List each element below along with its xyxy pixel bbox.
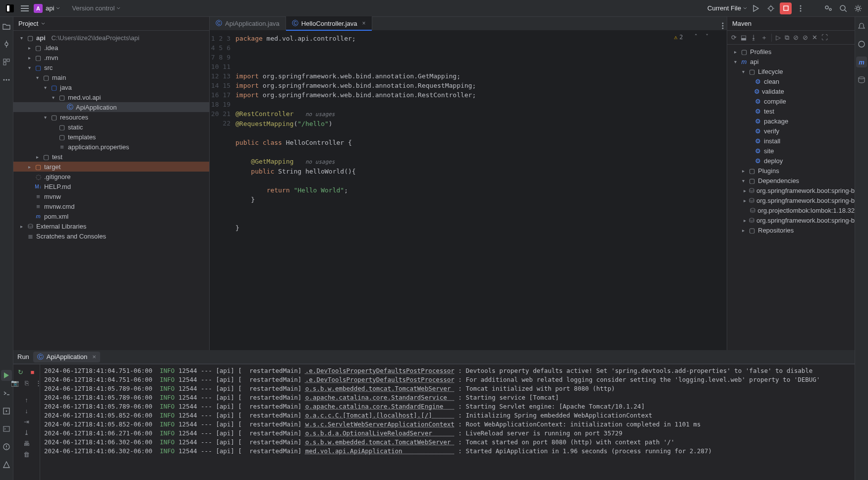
offline-icon[interactable]: ⊘	[803, 34, 808, 41]
maven-item[interactable]: ▾▢Dependencies	[727, 176, 855, 185]
maven-item[interactable]: ▸▢Plugins	[727, 166, 855, 176]
maven-item[interactable]: ▸▢Profiles	[727, 47, 855, 57]
maven-goal[interactable]: ⚙site	[727, 146, 855, 156]
python-console-button[interactable]	[1, 388, 12, 399]
editor-tab[interactable]: ⒸApiApplication.java	[210, 16, 286, 30]
debug-button[interactable]	[765, 2, 777, 14]
close-icon[interactable]: ×	[92, 353, 96, 360]
search-button[interactable]	[837, 2, 849, 14]
vcs-log-button[interactable]	[1, 459, 12, 470]
maven-goal[interactable]: ⚙verify	[727, 126, 855, 136]
download-icon[interactable]: ⭳	[751, 34, 757, 41]
ai-assistant-button[interactable]	[856, 39, 867, 50]
tree-item-selected[interactable]: ⒸApiApplication	[13, 102, 209, 112]
database-tool-button[interactable]	[856, 74, 867, 85]
maven-item[interactable]: ▸▢Repositories	[727, 225, 855, 235]
editor-more-button[interactable]	[722, 22, 724, 29]
run-tab-label[interactable]: Run	[17, 353, 29, 360]
maven-item[interactable]: ▾▢Lifecycle	[727, 66, 855, 76]
project-header[interactable]: Project	[13, 17, 209, 31]
project-tree[interactable]: ▾▢api C:\Users\lize2\IdeaProjects\api ▸▢…	[13, 31, 209, 350]
more-tool-button[interactable]	[1, 74, 12, 85]
run-config-selector[interactable]: Current File	[707, 4, 747, 12]
notifications-button[interactable]	[856, 21, 867, 32]
tree-item[interactable]: ▾▢med.vol.api	[13, 92, 209, 102]
maven-header[interactable]: Maven	[727, 17, 855, 31]
services-tool-button[interactable]	[1, 406, 12, 417]
tree-item[interactable]: ▾▢java	[13, 82, 209, 92]
close-icon[interactable]: ×	[362, 20, 366, 27]
tree-item[interactable]: ▢templates	[13, 132, 209, 142]
settings-button[interactable]	[852, 2, 864, 14]
execute-icon[interactable]: ⧉	[785, 34, 789, 42]
stop-icon[interactable]: ■	[28, 367, 37, 376]
tree-item[interactable]: ▸▢test	[13, 152, 209, 162]
up-icon[interactable]: ↑	[22, 395, 31, 404]
maven-tool-button[interactable]: m	[856, 57, 867, 67]
more-actions-button[interactable]	[795, 2, 807, 14]
run-button[interactable]	[750, 2, 762, 14]
maven-goal[interactable]: ⚙deploy	[727, 156, 855, 166]
maven-item[interactable]: ▾mapi	[727, 57, 855, 66]
code-content[interactable]: package med.vol.api.controller; import o…	[235, 31, 727, 350]
tree-item[interactable]: ▾▢resources	[13, 112, 209, 122]
project-selector[interactable]: api	[46, 4, 60, 12]
app-icon[interactable]	[4, 2, 16, 14]
maven-dep[interactable]: ▸⛁org.springframework.boot:spring-b	[727, 185, 855, 195]
maven-dep[interactable]: ⛁org.projectlombok:lombok:1.18.32	[727, 205, 855, 215]
tree-item[interactable]: ▸▢.mvn	[13, 53, 209, 62]
tree-item[interactable]: ≡mvnw.cmd	[13, 201, 209, 211]
project-tool-button[interactable]	[1, 21, 12, 32]
maven-goal[interactable]: ⚙install	[727, 136, 855, 146]
tree-item[interactable]: ≡mvnw	[13, 191, 209, 201]
trash-icon[interactable]: 🗑	[22, 450, 31, 459]
vcs-selector[interactable]: Version control	[72, 4, 120, 12]
print-icon[interactable]: 🖶	[22, 439, 31, 448]
problems-tool-button[interactable]	[1, 441, 12, 452]
terminal-tool-button[interactable]	[1, 423, 12, 434]
maven-goal[interactable]: ⚙package	[727, 116, 855, 126]
down-icon[interactable]: ˇ	[705, 33, 709, 42]
tree-item[interactable]: ≣Scratches and Consoles	[13, 231, 209, 241]
reload-icon[interactable]: ⟳	[731, 34, 737, 41]
editor-body[interactable]: ⚠2 ˆ ˇ 1 2 3 4 5 6 7 8 9 10 11 12 13 14 …	[210, 31, 727, 350]
console-output[interactable]: 2024-06-12T18:41:04.751-06:00 INFO 12544…	[40, 364, 855, 480]
tree-item-target[interactable]: ▸▢target	[13, 162, 209, 172]
editor-tab-active[interactable]: ⒸHelloController.java×	[286, 16, 372, 30]
tree-item[interactable]: ▾▢src	[13, 62, 209, 72]
maven-dep[interactable]: ▸⛁org.springframework.boot:spring-b	[727, 215, 855, 225]
up-icon[interactable]: ˆ	[694, 33, 697, 42]
tree-root[interactable]: ▾▢api C:\Users\lize2\IdeaProjects\api	[13, 33, 209, 43]
down-icon[interactable]: ↓	[22, 406, 31, 415]
expand-icon[interactable]: ⛶	[821, 34, 828, 41]
maven-goal[interactable]: ⚙validate	[727, 86, 855, 96]
tree-item[interactable]: ◌.gitignore	[13, 172, 209, 181]
tree-item[interactable]: mpom.xml	[13, 211, 209, 221]
run-icon[interactable]: ▷	[776, 34, 781, 41]
tree-item[interactable]: ▢static	[13, 122, 209, 132]
maven-goal[interactable]: ⚙compile	[727, 96, 855, 106]
structure-tool-button[interactable]	[1, 57, 12, 67]
tree-item[interactable]: ▸▢.idea	[13, 43, 209, 53]
wrap-icon[interactable]: ⇥	[22, 417, 31, 426]
generate-icon[interactable]: ⬓	[741, 34, 747, 41]
maven-tree[interactable]: ▸▢Profiles ▾mapi ▾▢Lifecycle ⚙clean ⚙val…	[727, 45, 855, 350]
scroll-icon[interactable]: ⤓	[22, 428, 31, 437]
rerun-icon[interactable]: ↻	[16, 367, 25, 376]
collapse-icon[interactable]: ✕	[812, 34, 817, 41]
code-with-me-button[interactable]	[822, 2, 834, 14]
run-tab-active[interactable]: ⒸApiApplication×	[33, 352, 100, 362]
tree-item[interactable]: M↓HELP.md	[13, 181, 209, 191]
skip-tests-icon[interactable]: ⊘	[793, 34, 799, 41]
tree-item[interactable]: ▾▢main	[13, 72, 209, 82]
add-icon[interactable]: ＋	[761, 33, 767, 42]
stop-button[interactable]	[780, 2, 792, 14]
maven-goal[interactable]: ⚙clean	[727, 76, 855, 86]
exit-icon[interactable]: ⎘	[22, 378, 31, 387]
commit-tool-button[interactable]	[1, 39, 12, 50]
camera-icon[interactable]: 📷	[10, 378, 19, 387]
main-menu-button[interactable]	[19, 2, 31, 14]
maven-dep[interactable]: ▸⛁org.springframework.boot:spring-b	[727, 195, 855, 205]
problems-indicator[interactable]: ⚠2 ˆ ˇ	[674, 33, 709, 42]
tree-item[interactable]: ≡application.properties	[13, 142, 209, 152]
